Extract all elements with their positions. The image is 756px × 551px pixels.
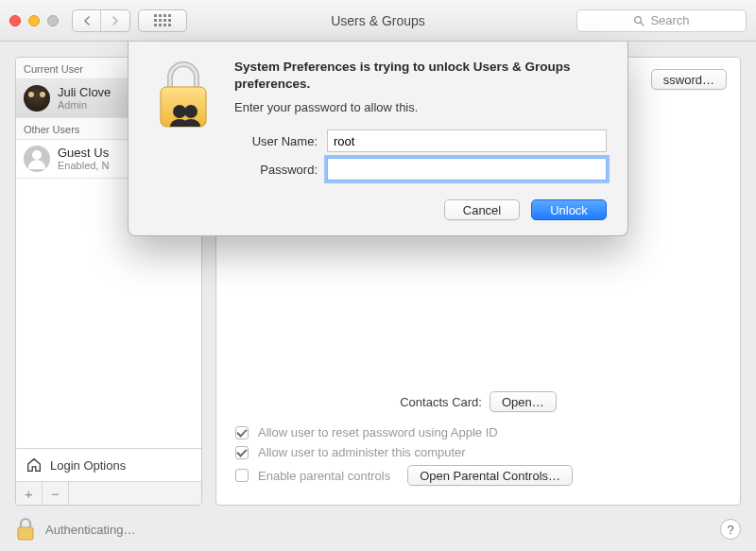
remove-user-button[interactable]: − xyxy=(43,482,69,505)
svg-line-1 xyxy=(641,22,644,25)
contacts-card-row: Contacts Card: Open… xyxy=(235,391,721,412)
close-window-button[interactable] xyxy=(9,15,21,26)
add-user-button[interactable]: + xyxy=(16,482,43,505)
option-reset-password[interactable]: Allow user to reset password using Apple… xyxy=(235,425,721,439)
back-button[interactable] xyxy=(73,10,101,31)
change-password-button[interactable]: ssword… xyxy=(651,69,727,90)
forward-button[interactable] xyxy=(101,10,129,31)
svg-point-4 xyxy=(173,105,186,118)
option-allow-administer[interactable]: Allow user to administer this computer xyxy=(235,445,721,459)
grid-icon xyxy=(154,14,171,26)
checkbox-checked-icon xyxy=(235,426,249,439)
password-label: Password: xyxy=(234,163,318,177)
search-placeholder: Search xyxy=(650,13,689,27)
cancel-button[interactable]: Cancel xyxy=(444,199,520,220)
search-field[interactable]: Search xyxy=(576,9,747,32)
password-input[interactable] xyxy=(327,158,607,181)
window-controls xyxy=(9,15,59,26)
minimize-window-button[interactable] xyxy=(28,15,40,26)
checkbox-checked-icon xyxy=(235,446,249,459)
avatar xyxy=(24,85,50,112)
zoom-window-button[interactable] xyxy=(47,15,59,26)
lock-status-bar: Authenticating… ? xyxy=(15,517,741,542)
dialog-heading: System Preferences is trying to unlock U… xyxy=(234,59,607,93)
login-options-button[interactable]: Login Options xyxy=(16,448,201,481)
svg-point-5 xyxy=(184,105,198,118)
titlebar: Users & Groups Search xyxy=(0,0,756,42)
home-icon xyxy=(26,456,43,474)
contacts-card-label: Contacts Card: xyxy=(400,395,482,409)
lock-illustration xyxy=(149,59,217,220)
dialog-subtext: Enter your password to allow this. xyxy=(234,100,607,114)
username-label: User Name: xyxy=(234,134,318,148)
show-all-prefs-button[interactable] xyxy=(138,9,187,32)
login-options-label: Login Options xyxy=(50,458,126,473)
user-sub: Enabled, N xyxy=(58,160,109,171)
user-role: Admin xyxy=(58,99,111,111)
help-button[interactable]: ? xyxy=(720,519,741,540)
lock-status-text: Authenticating… xyxy=(45,523,135,537)
username-input[interactable] xyxy=(327,129,607,152)
open-parental-controls-button[interactable]: Open Parental Controls… xyxy=(407,465,573,486)
search-icon xyxy=(633,15,644,26)
avatar xyxy=(24,146,50,172)
auth-dialog: System Preferences is trying to unlock U… xyxy=(128,42,628,236)
option-parental-controls: Enable parental controls Open Parental C… xyxy=(235,465,721,486)
user-name: Guest Us xyxy=(58,146,109,161)
add-remove-bar: + − xyxy=(16,481,201,505)
unlock-button[interactable]: Unlock xyxy=(531,199,607,220)
svg-rect-2 xyxy=(18,527,33,540)
open-contacts-button[interactable]: Open… xyxy=(490,391,557,412)
checkbox-unchecked-icon[interactable] xyxy=(235,469,249,482)
user-name: Juli Clove xyxy=(58,86,111,100)
nav-back-forward xyxy=(72,9,130,32)
lock-icon[interactable] xyxy=(15,517,36,542)
